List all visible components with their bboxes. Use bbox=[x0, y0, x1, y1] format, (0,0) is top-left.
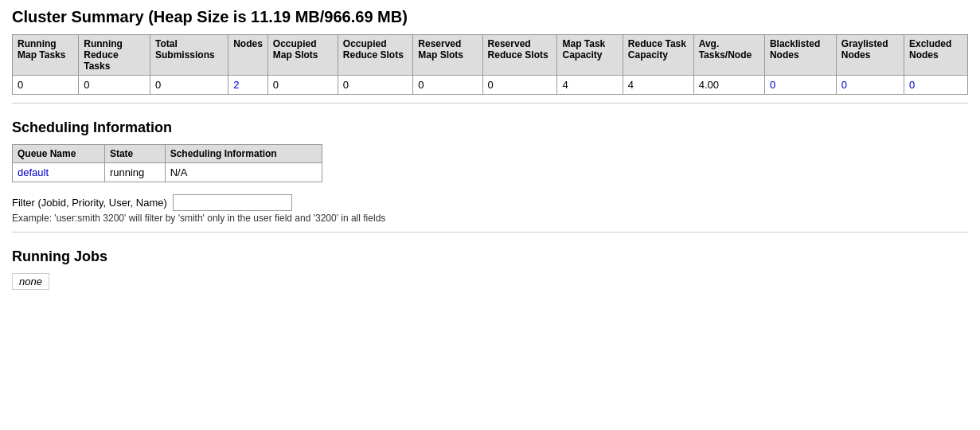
col-header-reserved-map-slots: Reserved Map Slots bbox=[413, 35, 482, 76]
scheduling-title: Scheduling Information bbox=[12, 119, 968, 136]
avg-tasks-node-value: 4.00 bbox=[693, 76, 764, 95]
occupied-reduce-slots-value: 0 bbox=[338, 76, 413, 95]
sched-col-state: State bbox=[104, 145, 165, 163]
queue-name-cell: default bbox=[13, 163, 105, 182]
queue-scheduling-info-cell: N/A bbox=[165, 163, 322, 182]
blacklisted-nodes-link[interactable]: 0 bbox=[770, 79, 775, 91]
map-task-capacity-value: 4 bbox=[557, 76, 623, 95]
col-header-total-submissions: Total Submissions bbox=[150, 35, 228, 76]
col-header-reduce-task-capacity: Reduce Task Capacity bbox=[623, 35, 693, 76]
nodes-link[interactable]: 2 bbox=[233, 79, 239, 91]
reserved-map-slots-value: 0 bbox=[413, 76, 482, 95]
queue-name-link[interactable]: default bbox=[18, 166, 49, 178]
reduce-task-capacity-value: 4 bbox=[623, 76, 693, 95]
col-header-running-reduce-tasks: Running Reduce Tasks bbox=[79, 35, 150, 76]
reserved-reduce-slots-value: 0 bbox=[482, 76, 557, 95]
running-jobs-title: Running Jobs bbox=[12, 248, 968, 265]
col-header-occupied-map-slots: Occupied Map Slots bbox=[267, 35, 338, 76]
col-header-occupied-reduce-slots: Occupied Reduce Slots bbox=[338, 35, 413, 76]
divider-2 bbox=[12, 232, 968, 233]
blacklisted-nodes-value: 0 bbox=[764, 76, 836, 95]
filter-section: Filter (Jobid, Priority, User, Name) Exa… bbox=[12, 194, 968, 224]
col-header-nodes: Nodes bbox=[228, 35, 268, 76]
queue-state-cell: running bbox=[104, 163, 165, 182]
scheduling-row: default running N/A bbox=[13, 163, 322, 182]
col-header-blacklisted-nodes: Blacklisted Nodes bbox=[764, 35, 836, 76]
col-header-excluded-nodes: Excluded Nodes bbox=[904, 35, 968, 76]
cluster-summary-row: 0 0 0 2 0 0 0 0 4 4 4.00 0 0 0 bbox=[13, 76, 968, 95]
graylisted-nodes-link[interactable]: 0 bbox=[841, 79, 847, 91]
filter-input[interactable] bbox=[173, 194, 292, 211]
col-header-reserved-reduce-slots: Reserved Reduce Slots bbox=[482, 35, 557, 76]
col-header-map-task-capacity: Map Task Capacity bbox=[557, 35, 623, 76]
col-header-running-map-tasks: Running Map Tasks bbox=[13, 35, 79, 76]
divider-1 bbox=[12, 103, 968, 104]
sched-col-queue-name: Queue Name bbox=[13, 145, 105, 163]
page-title: Cluster Summary (Heap Size is 11.19 MB/9… bbox=[12, 8, 968, 26]
occupied-map-slots-value: 0 bbox=[267, 76, 338, 95]
col-header-avg-tasks-node: Avg. Tasks/Node bbox=[693, 35, 764, 76]
graylisted-nodes-value: 0 bbox=[836, 76, 904, 95]
excluded-nodes-value: 0 bbox=[904, 76, 968, 95]
cluster-summary-table: Running Map Tasks Running Reduce Tasks T… bbox=[12, 34, 968, 95]
filter-label: Filter (Jobid, Priority, User, Name) bbox=[12, 197, 167, 209]
running-map-tasks-value: 0 bbox=[13, 76, 79, 95]
excluded-nodes-link[interactable]: 0 bbox=[909, 79, 915, 91]
col-header-graylisted-nodes: Graylisted Nodes bbox=[836, 35, 904, 76]
running-jobs-none: none bbox=[12, 273, 49, 290]
filter-hint: Example: 'user:smith 3200' will filter b… bbox=[12, 213, 968, 224]
scheduling-table: Queue Name State Scheduling Information … bbox=[12, 144, 322, 182]
sched-col-scheduling-info: Scheduling Information bbox=[165, 145, 322, 163]
running-reduce-tasks-value: 0 bbox=[79, 76, 150, 95]
nodes-value: 2 bbox=[228, 76, 268, 95]
total-submissions-value: 0 bbox=[150, 76, 228, 95]
